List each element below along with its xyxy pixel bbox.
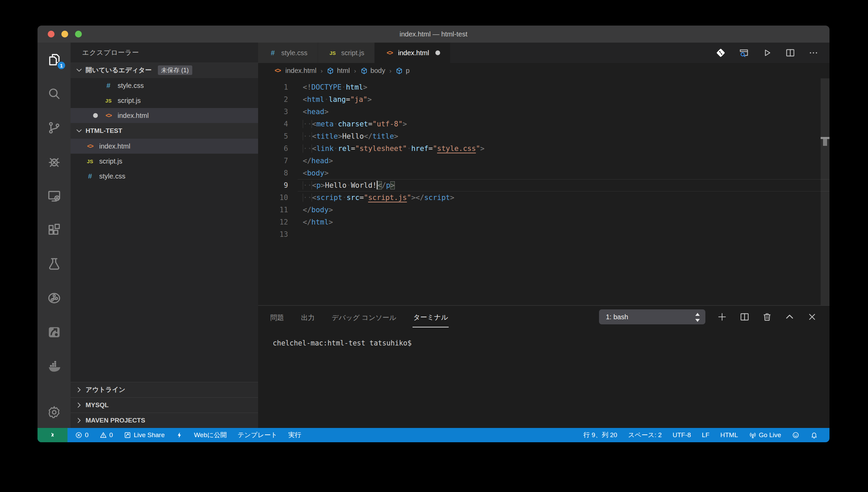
new-terminal-button[interactable] [716, 311, 728, 323]
code-line-10[interactable]: 10··<script·src="script.js"></script> [258, 191, 829, 204]
title-bar[interactable]: index.html — html-test [38, 26, 829, 43]
kill-terminal-button[interactable] [761, 311, 773, 323]
terminal-shell-select[interactable]: 1: bash [599, 309, 705, 324]
code-editor[interactable]: 1<!DOCTYPE·html>2<html·lang="ja">3<head>… [258, 78, 829, 305]
file-row-index.html[interactable]: <>index.html [71, 139, 258, 154]
open-preview-icon [739, 48, 749, 58]
file-row-style.css[interactable]: #style.css [71, 169, 258, 184]
workspace-header[interactable]: HTML-TEST [71, 123, 258, 139]
close-button[interactable] [48, 31, 55, 37]
split-terminal-button[interactable] [739, 311, 750, 323]
chevron-down-icon [75, 66, 83, 74]
terminal-output[interactable]: chelchel-mac:html-test tatsuhiko$ [258, 328, 829, 428]
activity-source-control[interactable] [38, 111, 71, 145]
code-line-1[interactable]: 1<!DOCTYPE·html> [258, 81, 829, 93]
remote-indicator[interactable] [38, 428, 68, 442]
panel-tab-問題[interactable]: 問題 [270, 307, 285, 327]
bolt-icon [176, 431, 183, 439]
file-row-index.html[interactable]: <>index.html [71, 108, 258, 123]
statusbar-html[interactable]: HTML [720, 431, 738, 439]
section-MAVEN PROJECTS[interactable]: MAVEN PROJECTS [71, 413, 258, 428]
split-editor-button[interactable] [784, 47, 796, 59]
activity-extensions[interactable] [38, 213, 71, 247]
statusbar-label: 0 [109, 431, 113, 439]
git-button[interactable] [715, 47, 727, 59]
minimize-button[interactable] [61, 31, 68, 37]
statusbar-bolt-icon[interactable] [176, 431, 183, 439]
statusbar-0[interactable]: 0 [75, 431, 89, 439]
activity-debug[interactable] [38, 145, 71, 179]
breadcrumb-body[interactable]: body [360, 67, 385, 75]
section-アウトライン[interactable]: アウトライン [71, 382, 258, 397]
file-row-script.js[interactable]: JSscript.js [71, 93, 258, 108]
js-file-icon: JS [328, 50, 337, 56]
css-file-icon: # [268, 49, 277, 57]
code-line-7[interactable]: 7</head> [258, 155, 829, 167]
statusbar-live-share[interactable]: Live Share [124, 431, 165, 439]
close-panel-button[interactable] [806, 311, 818, 323]
activity-search[interactable] [38, 77, 71, 111]
activity-remote-explorer[interactable] [38, 179, 71, 213]
line-number: 4 [258, 118, 288, 130]
code-line-13[interactable]: 13 [258, 228, 829, 241]
tab-index.html[interactable]: <>index.html [375, 43, 450, 63]
statusbar-実行[interactable]: 実行 [288, 431, 301, 440]
panel-header: 問題出力デバッグ コンソールターミナル 1: bash [258, 306, 829, 328]
statusbar-utf-8[interactable]: UTF-8 [673, 431, 691, 439]
activity-live-share[interactable] [38, 315, 71, 349]
code-line-4[interactable]: 4··<meta·charset="utf-8"> [258, 118, 829, 130]
file-row-style.css[interactable]: #style.css [71, 78, 258, 93]
code-line-5[interactable]: 5··<title>Hello</title> [258, 130, 829, 142]
run-button[interactable] [761, 47, 773, 59]
breadcrumb-index.html[interactable]: <>index.html [272, 67, 316, 75]
statusbar-lf[interactable]: LF [702, 431, 709, 439]
symbol-cube-icon [395, 67, 403, 75]
activity-explorer[interactable]: 1 [38, 43, 71, 77]
line-number: 11 [258, 204, 288, 216]
code-line-8[interactable]: 8<body> [258, 167, 829, 179]
code-line-6[interactable]: 6··<link·rel="stylesheet"·href="style.cs… [258, 142, 829, 155]
kill-terminal-icon [762, 312, 772, 322]
open-preview-button[interactable] [738, 47, 750, 59]
statusbar-label: 実行 [288, 431, 301, 440]
statusbar-スペース-2[interactable]: スペース: 2 [628, 431, 661, 440]
panel-tab-出力[interactable]: 出力 [300, 307, 315, 327]
line-number: 12 [258, 216, 288, 228]
panel-tab-デバッグ コンソール[interactable]: デバッグ コンソール [331, 307, 397, 327]
live-share-status-icon [124, 431, 131, 439]
breadcrumb-html[interactable]: html [327, 67, 350, 75]
statusbar-smiley-icon[interactable] [792, 431, 799, 439]
statusbar-go-live[interactable]: Go Live [749, 431, 781, 439]
editor-scrollbar[interactable] [821, 78, 829, 305]
statusbar-行-9-列-20[interactable]: 行 9、列 20 [583, 431, 617, 440]
more-actions-button[interactable] [808, 47, 819, 59]
statusbar-bell-icon[interactable] [810, 431, 818, 439]
tab-style.css[interactable]: #style.css [258, 43, 318, 63]
breadcrumb[interactable]: <>index.html›html›body›p [258, 63, 829, 78]
panel-tab-ターミナル[interactable]: ターミナル [413, 307, 449, 327]
breadcrumb-p[interactable]: p [395, 67, 409, 75]
code-line-3[interactable]: 3<head> [258, 106, 829, 118]
statusbar-webに公開[interactable]: Webに公開 [194, 431, 227, 440]
activity-test[interactable] [38, 247, 71, 281]
search-icon [47, 87, 61, 101]
code-line-9[interactable]: 9··<p>Hello·World!</p> [258, 179, 829, 191]
code-line-11[interactable]: 11</body> [258, 204, 829, 216]
shell-select-value: 1: bash [606, 313, 628, 321]
section-MYSQL[interactable]: MYSQL [71, 397, 258, 413]
code-line-2[interactable]: 2<html·lang="ja"> [258, 93, 829, 106]
statusbar-label: スペース: 2 [628, 431, 661, 440]
tab-script.js[interactable]: JSscript.js [318, 43, 375, 63]
statusbar-0[interactable]: 0 [100, 431, 113, 439]
statusbar-テンプレート[interactable]: テンプレート [238, 431, 277, 440]
activity-gitlens[interactable] [38, 281, 71, 315]
activity-settings[interactable] [38, 397, 71, 428]
open-editors-header[interactable]: 開いているエディター 未保存 (1) [71, 62, 258, 78]
split-terminal-icon [739, 312, 750, 322]
file-row-script.js[interactable]: JSscript.js [71, 154, 258, 169]
zoom-button[interactable] [75, 31, 82, 37]
code-line-12[interactable]: 12</html> [258, 216, 829, 228]
maximize-panel-button[interactable] [784, 311, 795, 323]
activity-docker[interactable] [38, 349, 71, 383]
statusbar-label: 行 9、列 20 [583, 431, 617, 440]
